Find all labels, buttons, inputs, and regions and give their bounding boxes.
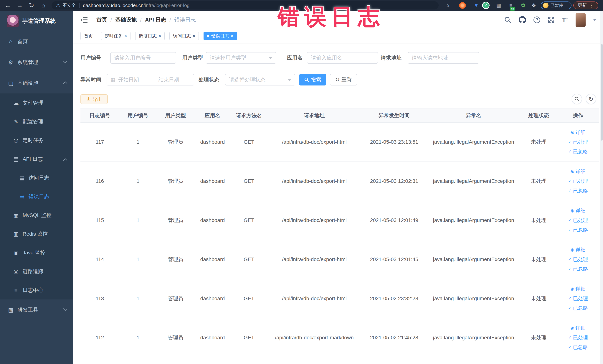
close-icon[interactable]: ×: [124, 34, 127, 38]
user-avatar[interactable]: [576, 13, 586, 27]
row-action-ignored[interactable]: ✓已忽略: [568, 344, 588, 351]
sidebar-item-tracing[interactable]: ◎链路追踪: [0, 262, 73, 281]
collapse-sidebar-icon[interactable]: [81, 16, 88, 23]
breadcrumb-separator: /: [170, 17, 171, 23]
font-size-icon[interactable]: TT: [562, 16, 568, 23]
extension-orange-icon[interactable]: [459, 2, 466, 9]
row-action-processed[interactable]: ✓已处理: [568, 217, 588, 224]
row-action-ignored[interactable]: ✓已忽略: [568, 148, 588, 155]
sidebar-item-log-center[interactable]: ≡日志中心: [0, 281, 73, 299]
row-action-processed[interactable]: ✓已处理: [568, 334, 588, 341]
sidebar-item-api-log[interactable]: ▤API 日志: [0, 150, 73, 168]
tab-schedule-log[interactable]: 调度日志×: [135, 32, 165, 40]
sidebar-item-home[interactable]: ⌂首页: [0, 31, 73, 52]
trace-icon: ◎: [12, 268, 20, 275]
extension-plant-icon[interactable]: ✿: [520, 2, 526, 9]
user-type-select[interactable]: 请选择用户类型: [206, 52, 276, 64]
row-action-detail[interactable]: ◉详细: [570, 325, 586, 331]
extension-on-icon[interactable]: ≡ on: [508, 2, 514, 9]
row-action-detail[interactable]: ◉详细: [570, 207, 586, 214]
cell-exception: java.lang.IllegalArgumentException: [427, 162, 520, 201]
sidebar-item-java-monitor[interactable]: ▣Java 监控: [0, 243, 73, 262]
search-button[interactable]: 搜索: [299, 74, 326, 85]
sidebar-item-access-log[interactable]: ▤访问日志: [0, 168, 73, 187]
page-scrollbar[interactable]: [600, 11, 603, 364]
sidebar-item-redis-monitor[interactable]: ▥Redis 监控: [0, 224, 73, 243]
refresh-table-button[interactable]: ↻: [586, 94, 596, 104]
tab-access-log[interactable]: 访问日志×: [169, 32, 199, 40]
sidebar-logo-row[interactable]: 芋道管理系统: [0, 11, 73, 31]
row-action-detail[interactable]: ◉详细: [570, 286, 586, 292]
sidebar-item-scheduled-jobs[interactable]: ◷定时任务: [0, 131, 73, 150]
chevron-down-icon[interactable]: [593, 19, 596, 21]
github-icon[interactable]: [519, 16, 526, 23]
back-icon[interactable]: ←: [4, 0, 12, 11]
tab-scheduled-jobs[interactable]: 定时任务×: [101, 32, 130, 40]
sidebar-item-error-log[interactable]: ▤错误日志: [0, 187, 73, 206]
mysql-icon: ▦: [12, 212, 20, 218]
row-action-label: 已处理: [573, 139, 588, 145]
toggle-search-button[interactable]: [572, 94, 582, 104]
export-button[interactable]: 导出: [81, 94, 108, 104]
extension-grid-icon[interactable]: ▩: [495, 2, 502, 9]
forward-icon[interactable]: →: [16, 0, 23, 11]
sidebar-item-dev-tools[interactable]: ▧研发工具: [0, 299, 73, 320]
cell-app: dashboard: [194, 279, 231, 318]
app-name-input[interactable]: [307, 52, 378, 64]
sidebar-item-infrastructure[interactable]: ▢基础设施: [0, 73, 73, 94]
row-action-processed[interactable]: ✓已处理: [568, 178, 588, 185]
row-action-ignored[interactable]: ✓已忽略: [568, 188, 588, 194]
tab-error-log[interactable]: 错误日志×: [204, 32, 237, 40]
url-host[interactable]: dashboard.yudao.iocoder.cn: [83, 3, 143, 8]
breadcrumb-item[interactable]: 基础设施: [115, 16, 137, 23]
check-icon: ✓: [568, 306, 571, 311]
row-action-detail[interactable]: ◉详细: [570, 129, 586, 136]
row-action-ignored[interactable]: ✓已忽略: [568, 305, 588, 312]
search-icon[interactable]: [504, 16, 511, 23]
sidebar-item-mysql-monitor[interactable]: ▦MySQL 监控: [0, 206, 73, 224]
vue-devtools-icon[interactable]: ✓: [483, 2, 489, 8]
row-action-processed[interactable]: ✓已处理: [568, 295, 588, 302]
home-icon: ⌂: [7, 38, 14, 45]
security-label[interactable]: 不安全: [62, 2, 76, 8]
help-icon[interactable]: ?: [533, 16, 540, 23]
url-path[interactable]: /infra/log/api-error-log: [143, 3, 190, 8]
user-id-input[interactable]: [110, 52, 176, 64]
tab-home[interactable]: 首页: [81, 32, 96, 40]
close-icon[interactable]: ×: [159, 34, 161, 38]
bookmark-star-icon[interactable]: ☆: [444, 2, 451, 9]
profile-paused-badge[interactable]: 已暂停: [541, 1, 571, 9]
extensions-puzzle-icon[interactable]: ❖: [531, 2, 537, 9]
process-status-select[interactable]: 请选择处理状态: [225, 74, 295, 85]
row-action-processed[interactable]: ✓已处理: [568, 139, 588, 145]
browser-menu-icon[interactable]: ⋮: [589, 3, 594, 8]
row-action-ignored[interactable]: ✓已忽略: [568, 266, 588, 272]
scrollbar-thumb[interactable]: [601, 44, 603, 141]
cell-method: GET: [231, 318, 267, 357]
monitor-icon: ▢: [7, 80, 14, 86]
update-button[interactable]: 更新 ⋮: [573, 1, 598, 9]
reload-icon[interactable]: ↻: [28, 0, 35, 11]
reset-button[interactable]: ↻ 重置: [330, 74, 357, 85]
breadcrumb-item[interactable]: API 日志: [145, 16, 166, 23]
column-header: 异常名: [427, 108, 520, 122]
close-icon[interactable]: ×: [231, 34, 233, 38]
cell-id: 116: [81, 162, 119, 201]
home-icon[interactable]: ⌂: [40, 0, 47, 11]
request-url-input[interactable]: [408, 52, 479, 64]
sidebar-item-config-mgmt[interactable]: ✎配置管理: [0, 112, 73, 131]
close-icon[interactable]: ×: [193, 34, 195, 38]
fullscreen-icon[interactable]: [548, 16, 555, 23]
sidebar-item-file-mgmt[interactable]: ☁文件管理: [0, 94, 73, 112]
row-action-processed[interactable]: ✓已处理: [568, 256, 588, 263]
user-type-label: 用户类型: [182, 52, 203, 64]
row-action-ignored[interactable]: ✓已忽略: [568, 227, 588, 233]
exception-time-range-picker[interactable]: ▦ 开始日期 - 结束日期: [107, 74, 194, 85]
row-action-detail[interactable]: ◉详细: [570, 247, 586, 253]
security-warning-icon[interactable]: ⚠: [56, 3, 60, 8]
refresh-icon: ↻: [335, 77, 339, 82]
extension-location-icon[interactable]: ▼: [473, 2, 480, 9]
breadcrumb-item[interactable]: 首页: [96, 16, 107, 23]
row-action-detail[interactable]: ◉详细: [570, 168, 586, 175]
sidebar-item-system-mgmt[interactable]: ⚙系统管理: [0, 52, 73, 73]
